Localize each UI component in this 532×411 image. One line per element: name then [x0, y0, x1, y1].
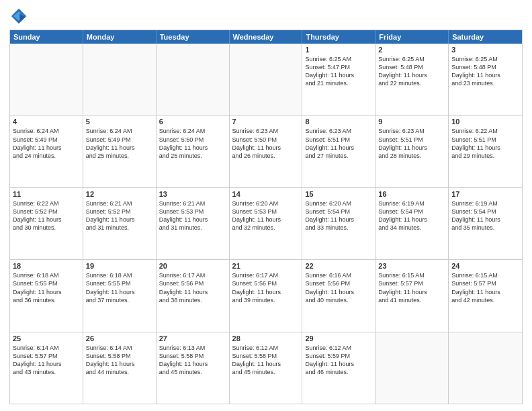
cell-text: Sunrise: 6:14 AM Sunset: 5:58 PM Dayligh…	[86, 344, 153, 377]
cell-text: Sunrise: 6:17 AM Sunset: 5:56 PM Dayligh…	[159, 271, 226, 304]
cal-cell: 13Sunrise: 6:21 AM Sunset: 5:53 PM Dayli…	[157, 188, 230, 259]
cal-cell: 1Sunrise: 6:25 AM Sunset: 5:47 PM Daylig…	[302, 44, 375, 115]
cell-text: Sunrise: 6:25 AM Sunset: 5:48 PM Dayligh…	[378, 55, 445, 88]
cal-cell: 17Sunrise: 6:19 AM Sunset: 5:54 PM Dayli…	[449, 188, 522, 259]
cal-cell	[10, 44, 83, 115]
day-number: 8	[305, 118, 372, 126]
cal-cell	[375, 332, 449, 404]
cal-cell: 15Sunrise: 6:20 AM Sunset: 5:54 PM Dayli…	[302, 188, 375, 259]
cell-text: Sunrise: 6:19 AM Sunset: 5:54 PM Dayligh…	[451, 199, 519, 232]
day-number: 27	[159, 334, 226, 342]
day-number: 24	[451, 262, 519, 270]
cal-cell: 12Sunrise: 6:21 AM Sunset: 5:52 PM Dayli…	[83, 188, 157, 259]
cal-cell: 29Sunrise: 6:12 AM Sunset: 5:59 PM Dayli…	[302, 332, 375, 404]
cell-text: Sunrise: 6:21 AM Sunset: 5:53 PM Dayligh…	[159, 199, 226, 232]
cal-cell: 3Sunrise: 6:25 AM Sunset: 5:48 PM Daylig…	[449, 44, 522, 115]
cell-text: Sunrise: 6:15 AM Sunset: 5:57 PM Dayligh…	[451, 271, 519, 304]
calendar-row-4: 25Sunrise: 6:14 AM Sunset: 5:57 PM Dayli…	[10, 332, 522, 404]
cal-cell	[449, 332, 522, 404]
cell-text: Sunrise: 6:21 AM Sunset: 5:52 PM Dayligh…	[86, 199, 153, 232]
day-number: 17	[451, 190, 519, 198]
cal-cell	[230, 44, 303, 115]
cell-text: Sunrise: 6:16 AM Sunset: 5:56 PM Dayligh…	[305, 271, 372, 304]
day-number: 28	[232, 334, 300, 342]
calendar-row-0: 1Sunrise: 6:25 AM Sunset: 5:47 PM Daylig…	[10, 44, 522, 115]
day-number: 22	[305, 262, 372, 270]
header-day-tuesday: Tuesday	[157, 30, 230, 44]
cell-text: Sunrise: 6:23 AM Sunset: 5:51 PM Dayligh…	[378, 127, 445, 160]
cal-cell: 2Sunrise: 6:25 AM Sunset: 5:48 PM Daylig…	[375, 44, 449, 115]
page: SundayMondayTuesdayWednesdayThursdayFrid…	[0, 0, 532, 411]
calendar-row-2: 11Sunrise: 6:22 AM Sunset: 5:52 PM Dayli…	[10, 187, 522, 259]
logo-icon	[9, 7, 28, 26]
cal-cell	[157, 44, 230, 115]
header-day-saturday: Saturday	[449, 30, 522, 44]
header-day-wednesday: Wednesday	[230, 30, 303, 44]
day-number: 21	[232, 262, 300, 270]
day-number: 11	[13, 190, 80, 198]
cell-text: Sunrise: 6:15 AM Sunset: 5:57 PM Dayligh…	[378, 271, 445, 304]
cell-text: Sunrise: 6:17 AM Sunset: 5:56 PM Dayligh…	[232, 271, 300, 304]
header	[9, 7, 523, 26]
cal-cell: 8Sunrise: 6:23 AM Sunset: 5:51 PM Daylig…	[302, 116, 375, 187]
day-number: 5	[86, 118, 153, 126]
calendar-row-3: 18Sunrise: 6:18 AM Sunset: 5:55 PM Dayli…	[10, 259, 522, 331]
logo	[9, 7, 31, 26]
calendar-row-1: 4Sunrise: 6:24 AM Sunset: 5:49 PM Daylig…	[10, 115, 522, 187]
day-number: 25	[13, 334, 80, 342]
day-number: 14	[232, 190, 300, 198]
cal-cell: 28Sunrise: 6:12 AM Sunset: 5:58 PM Dayli…	[230, 332, 303, 404]
day-number: 6	[159, 118, 226, 126]
day-number: 18	[13, 262, 80, 270]
header-day-sunday: Sunday	[10, 30, 83, 44]
cell-text: Sunrise: 6:12 AM Sunset: 5:58 PM Dayligh…	[232, 344, 300, 377]
cal-cell: 23Sunrise: 6:15 AM Sunset: 5:57 PM Dayli…	[375, 260, 449, 331]
cell-text: Sunrise: 6:19 AM Sunset: 5:54 PM Dayligh…	[378, 199, 445, 232]
calendar-body: 1Sunrise: 6:25 AM Sunset: 5:47 PM Daylig…	[10, 44, 522, 404]
cal-cell: 7Sunrise: 6:23 AM Sunset: 5:50 PM Daylig…	[230, 116, 303, 187]
cell-text: Sunrise: 6:22 AM Sunset: 5:52 PM Dayligh…	[13, 199, 80, 232]
day-number: 26	[86, 334, 153, 342]
cal-cell: 5Sunrise: 6:24 AM Sunset: 5:49 PM Daylig…	[83, 116, 157, 187]
cal-cell: 25Sunrise: 6:14 AM Sunset: 5:57 PM Dayli…	[10, 332, 83, 404]
cal-cell: 27Sunrise: 6:13 AM Sunset: 5:58 PM Dayli…	[157, 332, 230, 404]
day-number: 15	[305, 190, 372, 198]
cell-text: Sunrise: 6:25 AM Sunset: 5:47 PM Dayligh…	[305, 55, 372, 88]
cell-text: Sunrise: 6:24 AM Sunset: 5:50 PM Dayligh…	[159, 127, 226, 160]
day-number: 19	[86, 262, 153, 270]
day-number: 9	[378, 118, 445, 126]
cal-cell: 24Sunrise: 6:15 AM Sunset: 5:57 PM Dayli…	[449, 260, 522, 331]
header-day-thursday: Thursday	[302, 30, 375, 44]
cal-cell: 18Sunrise: 6:18 AM Sunset: 5:55 PM Dayli…	[10, 260, 83, 331]
day-number: 3	[451, 46, 519, 54]
cal-cell: 4Sunrise: 6:24 AM Sunset: 5:49 PM Daylig…	[10, 116, 83, 187]
day-number: 13	[159, 190, 226, 198]
cell-text: Sunrise: 6:20 AM Sunset: 5:53 PM Dayligh…	[232, 199, 300, 232]
cal-cell: 20Sunrise: 6:17 AM Sunset: 5:56 PM Dayli…	[157, 260, 230, 331]
calendar-header: SundayMondayTuesdayWednesdayThursdayFrid…	[10, 30, 522, 44]
header-day-friday: Friday	[375, 30, 449, 44]
cell-text: Sunrise: 6:23 AM Sunset: 5:51 PM Dayligh…	[305, 127, 372, 160]
cell-text: Sunrise: 6:18 AM Sunset: 5:55 PM Dayligh…	[86, 271, 153, 304]
cell-text: Sunrise: 6:24 AM Sunset: 5:49 PM Dayligh…	[86, 127, 153, 160]
cal-cell: 14Sunrise: 6:20 AM Sunset: 5:53 PM Dayli…	[230, 188, 303, 259]
cal-cell	[83, 44, 157, 115]
cell-text: Sunrise: 6:24 AM Sunset: 5:49 PM Dayligh…	[13, 127, 80, 160]
day-number: 16	[378, 190, 445, 198]
cal-cell: 11Sunrise: 6:22 AM Sunset: 5:52 PM Dayli…	[10, 188, 83, 259]
day-number: 20	[159, 262, 226, 270]
day-number: 23	[378, 262, 445, 270]
cal-cell: 6Sunrise: 6:24 AM Sunset: 5:50 PM Daylig…	[157, 116, 230, 187]
day-number: 2	[378, 46, 445, 54]
cal-cell: 26Sunrise: 6:14 AM Sunset: 5:58 PM Dayli…	[83, 332, 157, 404]
cell-text: Sunrise: 6:25 AM Sunset: 5:48 PM Dayligh…	[451, 55, 519, 88]
cell-text: Sunrise: 6:14 AM Sunset: 5:57 PM Dayligh…	[13, 344, 80, 377]
cell-text: Sunrise: 6:12 AM Sunset: 5:59 PM Dayligh…	[305, 344, 372, 377]
cell-text: Sunrise: 6:20 AM Sunset: 5:54 PM Dayligh…	[305, 199, 372, 232]
cell-text: Sunrise: 6:23 AM Sunset: 5:50 PM Dayligh…	[232, 127, 300, 160]
day-number: 7	[232, 118, 300, 126]
cell-text: Sunrise: 6:18 AM Sunset: 5:55 PM Dayligh…	[13, 271, 80, 304]
cal-cell: 19Sunrise: 6:18 AM Sunset: 5:55 PM Dayli…	[83, 260, 157, 331]
day-number: 12	[86, 190, 153, 198]
cal-cell: 16Sunrise: 6:19 AM Sunset: 5:54 PM Dayli…	[375, 188, 449, 259]
